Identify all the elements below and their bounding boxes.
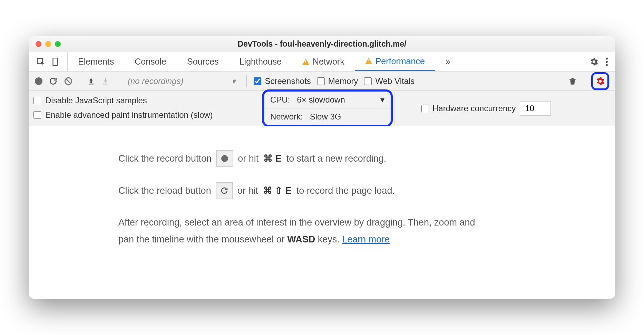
- tab-elements[interactable]: Elements: [68, 52, 124, 71]
- cpu-value: 6× slowdown: [295, 95, 375, 105]
- hint-text: or hit: [238, 150, 258, 167]
- shortcut-key: ⌘ ⇧ E: [263, 182, 292, 199]
- svg-point-4: [606, 64, 608, 66]
- separator: [80, 75, 80, 87]
- window-controls: [36, 41, 61, 47]
- hint-text: Click the record button: [118, 150, 212, 167]
- webvitals-input[interactable]: [364, 77, 372, 85]
- hw-input[interactable]: [421, 105, 429, 112]
- svg-rect-7: [103, 84, 108, 85]
- tab-performance[interactable]: Performance: [355, 52, 435, 71]
- close-window-icon[interactable]: [36, 41, 41, 47]
- svg-rect-1: [53, 58, 58, 66]
- inspect-element-icon[interactable]: [36, 57, 45, 66]
- hint-text: to start a new recording.: [286, 150, 387, 167]
- tab-network[interactable]: Network: [292, 52, 355, 71]
- hint-text: WASD: [287, 234, 315, 245]
- minimize-window-icon[interactable]: [45, 41, 51, 47]
- tab-sources[interactable]: Sources: [177, 52, 229, 71]
- screenshots-input[interactable]: [254, 77, 261, 85]
- load-profile-icon[interactable]: [87, 77, 95, 85]
- separator: [584, 75, 584, 87]
- chevron-down-icon: ▾: [380, 95, 384, 105]
- capture-settings-button[interactable]: [591, 72, 609, 90]
- zoom-window-icon[interactable]: [55, 41, 61, 47]
- performance-empty-state: Click the record button or hit ⌘ E to st…: [29, 126, 615, 299]
- kebab-menu-icon[interactable]: [605, 57, 608, 67]
- gear-icon: [595, 76, 605, 86]
- devtools-settings-icon[interactable]: [589, 57, 599, 67]
- record-button[interactable]: [35, 77, 42, 85]
- hardware-concurrency-checkbox[interactable]: Hardware concurrency: [421, 104, 516, 113]
- separator: [246, 75, 247, 87]
- record-button-hint[interactable]: [216, 150, 233, 167]
- screenshots-checkbox[interactable]: Screenshots: [254, 76, 311, 86]
- save-profile-icon: [101, 77, 110, 85]
- delete-icon[interactable]: [568, 76, 577, 86]
- hint-text: Click the reload button: [118, 182, 211, 199]
- capture-settings-panel: Disable JavaScript samples Enable advanc…: [29, 91, 615, 126]
- clear-button[interactable]: [64, 77, 73, 86]
- warning-icon: [365, 58, 372, 64]
- cpu-label: CPU:: [270, 95, 290, 105]
- warning-icon: [302, 59, 309, 65]
- tabs-overflow[interactable]: »: [435, 52, 461, 71]
- recordings-dropdown[interactable]: (no recordings) ▾: [124, 76, 240, 86]
- network-value: Slow 3G: [308, 112, 384, 122]
- hint-text: to record the page load.: [296, 182, 395, 199]
- svg-rect-6: [89, 84, 94, 85]
- devtools-tabs: Elements Console Sources Lighthouse Netw…: [29, 52, 615, 71]
- hardware-concurrency-input[interactable]: [520, 101, 551, 116]
- network-throttle-select[interactable]: Network: Slow 3G: [264, 108, 391, 125]
- svg-point-3: [606, 60, 608, 63]
- performance-toolbar: (no recordings) ▾ Screenshots Memory Web…: [29, 71, 615, 91]
- cpu-throttle-select[interactable]: CPU: 6× slowdown ▾: [264, 92, 391, 108]
- svg-point-2: [606, 57, 608, 59]
- titlebar: DevTools - foul-heavenly-direction.glitc…: [29, 36, 615, 52]
- device-toolbar-icon[interactable]: [51, 57, 60, 66]
- webvitals-checkbox[interactable]: Web Vitals: [364, 76, 414, 86]
- reload-icon: [220, 186, 228, 195]
- disable-js-input[interactable]: [33, 97, 41, 104]
- hint-text: keys.: [315, 234, 342, 245]
- shortcut-key: ⌘ E: [263, 150, 282, 167]
- chevron-down-icon: ▾: [232, 76, 236, 86]
- tab-console[interactable]: Console: [124, 52, 177, 71]
- learn-more-link[interactable]: Learn more: [342, 234, 390, 245]
- recordings-label: (no recordings): [128, 76, 183, 86]
- window-title: DevTools - foul-heavenly-direction.glitc…: [29, 39, 615, 49]
- memory-checkbox[interactable]: Memory: [317, 76, 358, 86]
- advanced-paint-checkbox[interactable]: Enable advanced paint instrumentation (s…: [33, 110, 213, 120]
- reload-button[interactable]: [49, 77, 58, 86]
- reload-button-hint[interactable]: [216, 182, 233, 199]
- devtools-window: DevTools - foul-heavenly-direction.glitc…: [29, 36, 615, 299]
- separator: [117, 75, 117, 87]
- hint-text: or hit: [237, 182, 258, 199]
- advanced-paint-input[interactable]: [33, 111, 41, 119]
- disable-js-samples-checkbox[interactable]: Disable JavaScript samples: [33, 96, 147, 105]
- network-label: Network:: [270, 112, 303, 122]
- tab-lighthouse[interactable]: Lighthouse: [229, 52, 292, 71]
- memory-input[interactable]: [317, 77, 325, 85]
